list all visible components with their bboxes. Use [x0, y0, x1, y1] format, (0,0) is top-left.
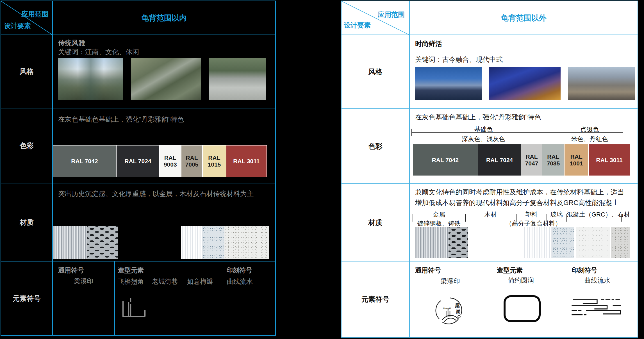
carve-symbol-title: 印刻符号: [572, 266, 597, 275]
wood-planks-texture: [118, 226, 181, 259]
ral-swatch: RAL 7042: [413, 144, 478, 176]
bracket-line: [411, 132, 623, 133]
ral-swatch: RAL 1001: [564, 144, 588, 176]
material-category-bracket: 金属 木材 塑料 玻璃 混凝土（GRC）、石材 镀锌钢板、铸铁 （高分子复合材料…: [410, 210, 630, 227]
ral-swatch-bar: RAL 7042RAL 7024RAL 9003RAL 7005RAL 1015…: [53, 145, 267, 177]
style-title: 传统风雅: [58, 39, 275, 47]
material-cell-left: 突出历史沉淀感、文化厚重感，以金属，木材及石材传统材料为主: [53, 183, 275, 261]
night-gold-photo: [489, 67, 561, 100]
ral-swatch: RAL 7047: [521, 144, 542, 176]
garden-aerial-photo: [131, 58, 201, 100]
eave-profile-icon: [121, 297, 147, 320]
jiangnan-canal-photo: [58, 58, 123, 100]
liangxi-seal-icon: 梁 溪 LiangXi: [434, 296, 467, 326]
bracket-label: （高分子复合材料）: [498, 219, 569, 228]
ral-swatch: RAL 7042: [53, 145, 116, 177]
corner-bottom-label: 设计要素: [344, 21, 371, 30]
shape-carve-block-left: 造型元素 印刻符号 飞檐翘角 老城街巷 如意梅瓣 曲线流水: [115, 261, 275, 335]
flowing-water-pattern-icon: [572, 297, 622, 318]
concrete-texture: [576, 227, 610, 258]
bracket-line: [413, 218, 622, 218]
generic-symbol-item: 梁溪印: [53, 277, 114, 286]
table-outside-scope: 应用范围 设计要素 龟背范围以外 风格 时尚鲜活 关键词：古今融合、现代中式 色…: [341, 1, 638, 338]
row-label-style-right: 风格: [342, 35, 410, 109]
color-cell-right: 在灰色基础色基础上，强化“丹彩雅韵”特色 基础色 点缀色 深灰色、浅灰色 米色、…: [410, 109, 638, 184]
old-street-photo: [209, 58, 266, 100]
row-label-symbol-left: 元素符号: [1, 261, 53, 335]
shape-elements-title: 造型元素: [118, 266, 144, 275]
ral-swatch: RAL 9003: [160, 145, 181, 177]
symbol-cell-left: 通用符号 梁溪印 造型元素 印刻符号 飞檐翘角 老城街巷 如意梅瓣 曲线流水: [53, 261, 275, 335]
carve-item: 曲线流水: [584, 276, 610, 285]
row-label-symbol-right: 元素符号: [342, 261, 410, 337]
corner-header-cell-right: 应用范围 设计要素: [342, 1, 410, 35]
color-category-bracket: 基础色 点缀色 深灰色、浅灰色 米色、丹红色: [410, 125, 630, 142]
ral-swatch: RAL 3011: [588, 144, 630, 176]
scope-header-outside: 龟背范围以外: [410, 1, 638, 35]
ral-swatch-bar: RAL 7042RAL 7024RAL 7047RAL 7035RAL 1001…: [413, 144, 630, 176]
generic-symbol-item: 梁溪印: [410, 277, 491, 286]
style-keywords: 关键词：古今融合、现代中式: [415, 55, 638, 64]
svg-text:梁: 梁: [455, 303, 460, 308]
shape-elements-title: 造型元素: [497, 266, 523, 275]
ral-swatch: RAL 3011: [226, 145, 267, 177]
shape-carve-block-right: 造型元素 简约圆润 印刻符号 曲线流水: [491, 261, 638, 337]
ral-swatch: RAL 7035: [542, 144, 564, 176]
row-label-color-right: 色彩: [342, 109, 410, 184]
generic-symbol-title: 通用符号: [53, 266, 114, 275]
bracket-tick: [623, 129, 623, 136]
bracket-label: 深灰色、浅灰色: [410, 135, 557, 143]
corner-bottom-label: 设计要素: [4, 21, 31, 30]
white-ribbed-texture: [181, 226, 202, 259]
bracket-tick: [621, 214, 622, 222]
material-desc: 兼顾文化特色的同时考虑耐用性及维护成本，在传统材料基础上，适当增加低成本易管养的…: [410, 187, 638, 208]
ral-swatch: RAL 7024: [478, 144, 521, 176]
corrugated-metal-texture: [415, 227, 449, 258]
svg-text:溪: 溪: [456, 309, 461, 315]
shape-item: 如意梅瓣: [187, 277, 213, 286]
material-texture-strip: [415, 227, 630, 258]
row-label-style-left: 风格: [1, 35, 53, 108]
style-photo-row: [415, 67, 638, 100]
row-label-material-right: 材质: [342, 184, 410, 261]
generic-symbol-block-left: 通用符号 梁溪印: [53, 261, 115, 335]
material-texture-strip: [53, 226, 269, 259]
bracket-label: 镀锌钢板、铸铁: [413, 219, 465, 228]
gray-speckle-texture: [611, 227, 630, 258]
carve-symbol-title: 印刻符号: [226, 266, 252, 275]
color-desc: 在灰色基础色基础上，强化“丹彩雅韵”特色: [410, 113, 638, 121]
corner-top-label: 应用范围: [21, 10, 48, 19]
perforated-metal-texture: [87, 226, 117, 259]
shape-item: 老城街巷: [152, 277, 178, 286]
ral-swatch: RAL 1015: [202, 145, 226, 177]
style-keywords: 关键词：江南、文化、休闲: [58, 48, 275, 56]
shape-item: 飞檐翘角: [118, 277, 144, 286]
corrugated-metal-texture: [53, 226, 87, 259]
wood-planks-texture: [468, 227, 522, 258]
material-cell-right: 兼顾文化特色的同时考虑耐用性及维护成本，在传统材料基础上，适当增加低成本易管养的…: [410, 184, 638, 261]
table-inside-scope: 应用范围 设计要素 龟背范围以内 风格 传统风雅 关键词：江南、文化、休闲 色彩…: [1, 1, 276, 336]
symbol-cell-right: 通用符号 梁溪印 梁: [410, 261, 638, 337]
generic-symbol-block-right: 通用符号 梁溪印 梁: [410, 261, 491, 337]
material-desc: 突出历史沉淀感、文化厚重感，以金属，木材及石材传统材料为主: [53, 190, 275, 198]
style-photo-row: [58, 58, 275, 100]
city-dusk-photo: [415, 67, 482, 100]
bracket-tick: [465, 214, 466, 222]
scope-header-inside: 龟背范围以内: [53, 1, 275, 35]
row-label-color-left: 色彩: [1, 108, 53, 183]
corner-header-cell-left: 应用范围 设计要素: [1, 1, 53, 35]
white-ribbed-texture: [523, 227, 552, 258]
street-canyon-photo: [568, 67, 635, 100]
ral-swatch: RAL 7005: [181, 145, 203, 177]
perforated-metal-texture: [449, 227, 468, 258]
terrazzo-texture: [224, 226, 269, 259]
style-title: 时尚鲜活: [415, 40, 638, 48]
speckled-galvanized-texture: [552, 227, 574, 258]
generic-symbol-title: 通用符号: [410, 266, 491, 275]
shape-item: 简约圆润: [508, 276, 534, 285]
color-desc: 在灰色基础色基础上，强化“丹彩雅韵”特色: [53, 115, 275, 124]
carve-item: 曲线流水: [227, 277, 253, 286]
bracket-label: 米色、丹红色: [557, 135, 623, 143]
style-cell-left: 传统风雅 关键词：江南、文化、休闲: [53, 35, 275, 108]
row-label-material-left: 材质: [1, 183, 53, 261]
